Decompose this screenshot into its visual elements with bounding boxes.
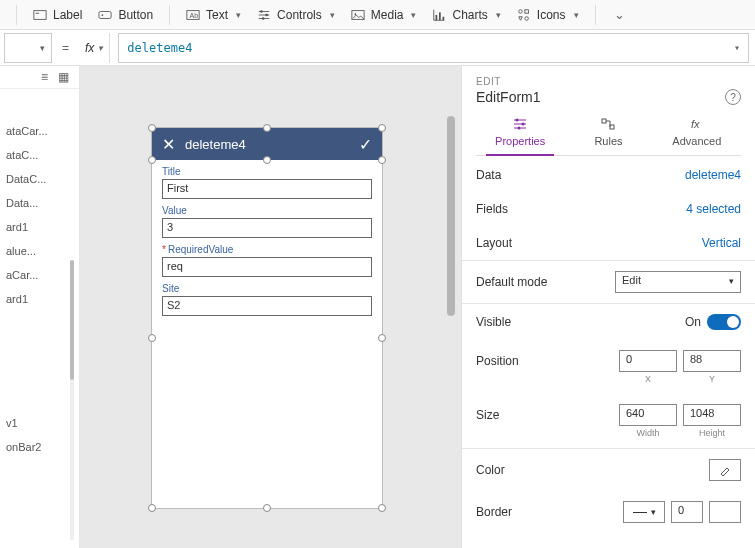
position-x-input[interactable]: 0 [619, 350, 677, 372]
defaultmode-select[interactable]: Edit▾ [615, 271, 741, 293]
tree-item[interactable]: ataC... [4, 143, 75, 167]
fx-label[interactable]: fx▾ [79, 33, 110, 63]
position-y-input[interactable]: 88 [683, 350, 741, 372]
prop-layout-row: Layout Vertical [462, 226, 755, 260]
chevron-down-icon: ▾ [94, 43, 103, 53]
chevron-down-icon: ▾ [40, 43, 45, 53]
edit-form-control[interactable]: ✕ deleteme4 ✓ Title First Value 3 [152, 128, 382, 508]
svg-rect-10 [436, 15, 438, 20]
size-height-input[interactable]: 1048 [683, 404, 741, 426]
color-swatch[interactable] [709, 459, 741, 481]
canvas-scrollbar[interactable] [447, 76, 455, 538]
field-input[interactable]: 3 [162, 218, 372, 238]
tree-item[interactable]: ard1 [4, 287, 75, 311]
ribbon-charts-button[interactable]: Charts▾ [426, 4, 506, 26]
selection-handle[interactable] [148, 334, 156, 342]
prop-color-row: Color [462, 449, 755, 491]
button-icon [98, 8, 112, 22]
border-width-input[interactable]: 0 [671, 501, 703, 523]
rules-icon [600, 117, 616, 131]
prop-label: Data [476, 168, 501, 182]
svg-point-16 [516, 119, 519, 122]
prop-label: Default mode [476, 275, 547, 289]
required-asterisk: * [162, 244, 166, 255]
tree-item[interactable]: Data... [4, 191, 75, 215]
selection-handle[interactable] [263, 156, 271, 164]
tree-item[interactable]: v1 [4, 411, 75, 435]
ribbon-icons-button[interactable]: Icons▾ [511, 4, 585, 26]
ribbon-label-button[interactable]: Label [27, 4, 88, 26]
tree-scrollbar[interactable] [70, 220, 78, 500]
field-label: Value [162, 205, 372, 216]
selection-handle[interactable] [148, 156, 156, 164]
fx-text: fx [85, 41, 94, 55]
tree-item[interactable]: ard1 [4, 215, 75, 239]
tree-view-panel: ≡ ▦ ataCar... ataC... DataC... Data... a… [0, 66, 80, 548]
close-icon[interactable]: ✕ [162, 135, 175, 154]
list-view-icon[interactable]: ≡ [41, 70, 48, 84]
chevron-down-icon: ▾ [236, 10, 241, 20]
chevron-down-icon: ▾ [496, 10, 501, 20]
ribbon-controls-button[interactable]: Controls▾ [251, 4, 341, 26]
field-input[interactable]: req [162, 257, 372, 277]
advanced-icon: fx [689, 117, 705, 131]
sublabel: Y [709, 374, 715, 384]
selection-handle[interactable] [148, 504, 156, 512]
checkmark-icon[interactable]: ✓ [359, 135, 372, 154]
tree-item[interactable]: DataC... [4, 167, 75, 191]
canvas[interactable]: ✕ deleteme4 ✓ Title First Value 3 [80, 66, 461, 548]
fields-link[interactable]: 4 selected [686, 202, 741, 216]
svg-point-17 [522, 123, 525, 126]
svg-point-18 [518, 127, 521, 130]
equals-label: = [52, 41, 79, 55]
ribbon-charts-label: Charts [452, 8, 487, 22]
border-style-select[interactable]: ▾ [623, 501, 665, 523]
field-input[interactable]: S2 [162, 296, 372, 316]
prop-fields-row: Fields 4 selected [462, 192, 755, 226]
control-name[interactable]: EditForm1 [476, 89, 541, 105]
grid-view-icon[interactable]: ▦ [58, 70, 69, 84]
tab-rules[interactable]: Rules [564, 111, 652, 155]
form-field: Value 3 [162, 205, 372, 238]
ribbon-more-button[interactable]: ⌄ [606, 3, 631, 26]
size-width-input[interactable]: 640 [619, 404, 677, 426]
selection-handle[interactable] [378, 156, 386, 164]
tree-list: ataCar... ataC... DataC... Data... ard1 … [0, 89, 79, 465]
ribbon-media-button[interactable]: Media▾ [345, 4, 423, 26]
tab-advanced[interactable]: fx Advanced [653, 111, 741, 155]
tab-properties[interactable]: Properties [476, 111, 564, 155]
charts-icon [432, 8, 446, 22]
ribbon-text-label: Text [206, 8, 228, 22]
field-input[interactable]: First [162, 179, 372, 199]
tree-item[interactable]: aCar... [4, 263, 75, 287]
ribbon-button-button[interactable]: Button [92, 4, 159, 26]
selection-handle[interactable] [263, 124, 271, 132]
selection-handle[interactable] [263, 504, 271, 512]
tab-label: Rules [594, 135, 622, 147]
visible-toggle[interactable] [707, 314, 741, 330]
tree-item[interactable]: onBar2 [4, 435, 75, 459]
selection-handle[interactable] [148, 124, 156, 132]
tree-item[interactable]: alue... [4, 239, 75, 263]
property-selector[interactable]: ▾ [4, 33, 52, 63]
sublabel: Height [699, 428, 725, 438]
selection-handle[interactable] [378, 334, 386, 342]
border-color-swatch[interactable] [709, 501, 741, 523]
prop-label: Position [476, 350, 519, 368]
layout-link[interactable]: Vertical [702, 236, 741, 250]
media-icon [351, 8, 365, 22]
help-icon[interactable]: ? [725, 89, 741, 105]
prop-label: Color [476, 463, 505, 477]
selection-handle[interactable] [378, 124, 386, 132]
selection-handle[interactable] [378, 504, 386, 512]
tree-item[interactable]: ataCar... [4, 119, 75, 143]
formula-input[interactable]: deleteme4 ▾ [118, 33, 749, 63]
ribbon-text-button[interactable]: Ab Text▾ [180, 4, 247, 26]
icons-icon [517, 8, 531, 22]
chevron-down-icon: ▾ [574, 10, 579, 20]
svg-point-15 [525, 16, 529, 20]
form-field: *RequiredValue req [162, 244, 372, 277]
tab-label: Properties [495, 135, 545, 147]
data-source-link[interactable]: deleteme4 [685, 168, 741, 182]
formula-value: deleteme4 [127, 41, 192, 55]
